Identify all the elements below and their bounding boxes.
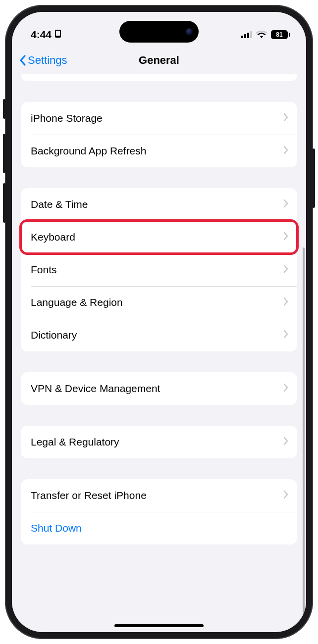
front-camera (186, 28, 193, 35)
chevron-right-icon (283, 231, 288, 243)
svg-rect-2 (241, 36, 243, 38)
volume-down-button (3, 183, 6, 223)
row-label: Legal & Regulatory (31, 436, 119, 448)
group-input: Date & Time Keyboard Fonts Language (21, 188, 297, 351)
row-shut-down[interactable]: Shut Down (21, 512, 297, 545)
row-fonts[interactable]: Fonts (21, 253, 297, 286)
chevron-right-icon (283, 145, 288, 157)
row-iphone-storage[interactable]: iPhone Storage (21, 102, 297, 135)
device-frame-outer: 4:44 81 (0, 0, 318, 644)
status-time: 4:44 (31, 29, 52, 41)
group-reset: Transfer or Reset iPhone Shut Down (21, 479, 297, 545)
portrait-lock-icon (54, 29, 61, 40)
chevron-left-icon (19, 54, 27, 66)
row-keyboard[interactable]: Keyboard (21, 221, 297, 253)
group-vpn: VPN & Device Management (21, 372, 297, 405)
home-indicator[interactable] (114, 624, 204, 627)
chevron-right-icon (283, 297, 288, 308)
svg-rect-4 (247, 33, 249, 38)
svg-rect-5 (250, 31, 252, 38)
row-vpn-device-management[interactable]: VPN & Device Management (21, 372, 297, 405)
phone-frame: 4:44 81 (5, 5, 313, 639)
back-label: Settings (28, 54, 67, 67)
cellular-signal-icon (241, 31, 252, 38)
wifi-icon (256, 31, 267, 39)
row-label: Dictionary (31, 329, 77, 341)
chevron-right-icon (283, 329, 288, 341)
chevron-right-icon (283, 198, 288, 210)
volume-up-button (3, 134, 6, 173)
nav-title: General (139, 54, 179, 67)
row-legal-regulatory[interactable]: Legal & Regulatory (21, 426, 297, 458)
row-language-region[interactable]: Language & Region (21, 286, 297, 319)
row-date-time[interactable]: Date & Time (21, 188, 297, 221)
row-label: Shut Down (31, 522, 82, 534)
settings-content: CarPlay iPhone Storage Background App Re… (12, 74, 306, 632)
chevron-right-icon (283, 436, 288, 448)
mute-switch (3, 99, 6, 119)
screen: 4:44 81 (12, 12, 306, 632)
row-label: Keyboard (31, 231, 75, 243)
row-transfer-reset[interactable]: Transfer or Reset iPhone (21, 479, 297, 512)
scroll-area[interactable]: CarPlay iPhone Storage Background App Re… (12, 74, 306, 585)
scrollbar-indicator (303, 248, 305, 632)
row-label: Date & Time (31, 198, 88, 210)
nav-bar: Settings General (12, 47, 306, 74)
row-label: Background App Refresh (31, 145, 146, 157)
chevron-right-icon (283, 490, 288, 501)
chevron-right-icon (283, 383, 288, 395)
status-right: 81 (241, 30, 290, 39)
battery-icon: 81 (271, 30, 290, 39)
chevron-right-icon (283, 112, 288, 124)
row-label: VPN & Device Management (31, 383, 160, 395)
side-button (312, 149, 315, 208)
row-carplay[interactable]: CarPlay (21, 74, 297, 81)
group-legal: Legal & Regulatory (21, 426, 297, 458)
dynamic-island (119, 21, 199, 43)
status-left: 4:44 (31, 29, 61, 41)
row-background-app-refresh[interactable]: Background App Refresh (21, 135, 297, 167)
svg-rect-1 (56, 31, 60, 36)
svg-rect-3 (244, 34, 246, 38)
row-label: Transfer or Reset iPhone (31, 490, 147, 501)
chevron-right-icon (283, 264, 288, 276)
row-label: Fonts (31, 264, 57, 276)
group-storage: iPhone Storage Background App Refresh (21, 102, 297, 167)
row-dictionary[interactable]: Dictionary (21, 319, 297, 351)
row-label: Language & Region (31, 297, 123, 308)
back-button[interactable]: Settings (19, 54, 67, 67)
battery-percent: 81 (276, 31, 282, 38)
group-carplay: CarPlay (21, 74, 297, 81)
row-label: iPhone Storage (31, 112, 103, 124)
